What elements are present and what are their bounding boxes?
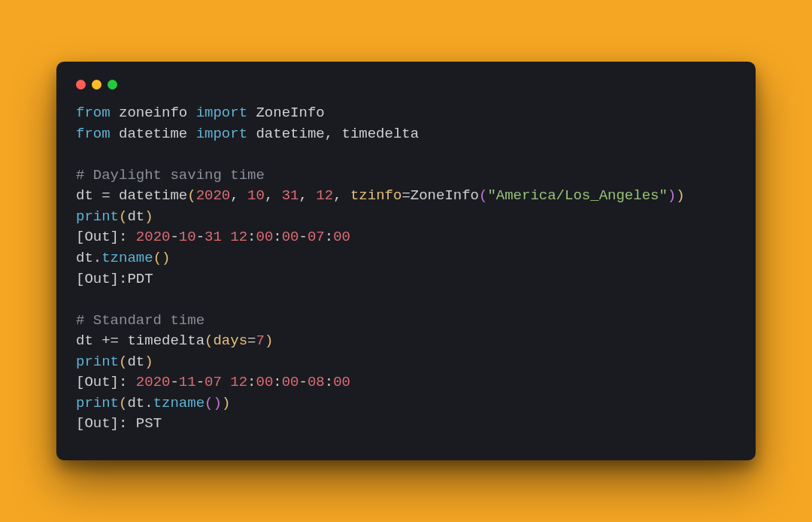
tz-string: "America/Los_Angeles" (487, 187, 667, 204)
import-name: ZoneInfo (256, 105, 324, 121)
fn-tzname: tzname (102, 250, 153, 266)
out-pdt: PDT (127, 271, 153, 287)
fn-print: print (76, 208, 119, 225)
kw-import: import (196, 105, 247, 121)
kwarg-days: days (213, 332, 247, 349)
import-name: timedelta (342, 126, 420, 142)
comment: # Standard time (76, 312, 205, 329)
module: datetime (119, 126, 187, 142)
out-label: [Out] (76, 415, 119, 432)
kw-import: import (196, 126, 247, 142)
comment: # Daylight saving time (76, 167, 265, 184)
kwarg-tzinfo: tzinfo (350, 187, 401, 204)
kw-from: from (76, 105, 111, 121)
out-pst: PST (136, 415, 162, 432)
fn-tzname: tzname (153, 395, 205, 411)
fn-print: print (76, 395, 119, 411)
fn-zoneinfo: ZoneInfo (411, 187, 479, 204)
minimize-icon[interactable] (92, 80, 102, 90)
terminal-window: from zoneinfo import ZoneInfo from datet… (56, 62, 756, 460)
kw-from: from (76, 126, 111, 142)
var-dt: dt (76, 187, 93, 204)
out-label: [Out] (76, 229, 119, 245)
code-block: from zoneinfo import ZoneInfo from datet… (76, 103, 736, 435)
fn-print: print (76, 354, 119, 370)
close-icon[interactable] (76, 80, 86, 90)
out-label: [Out] (76, 374, 119, 390)
out-label: [Out] (76, 271, 119, 287)
import-name: datetime (256, 126, 324, 142)
fn-timedelta: timedelta (127, 332, 205, 349)
zoom-icon[interactable] (108, 80, 117, 90)
fn-datetime: datetime (119, 187, 187, 204)
module: zoneinfo (119, 105, 187, 121)
window-controls (76, 78, 736, 103)
